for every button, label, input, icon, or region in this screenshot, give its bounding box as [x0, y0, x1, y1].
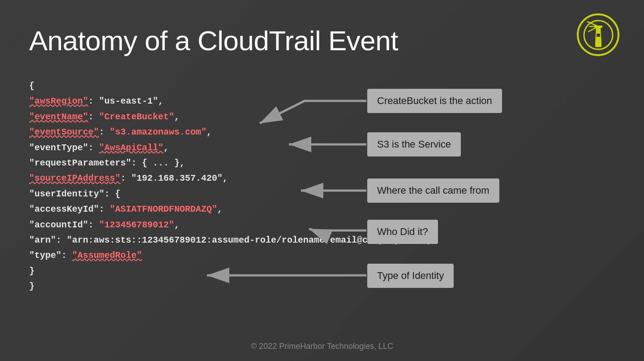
annotation-who: Who Did it? [367, 220, 438, 244]
slide: Anatomy of a CloudTrail Event [0, 0, 644, 361]
lighthouse-icon [583, 19, 614, 51]
code-line-9: "accessKeyId": "ASIATFNORDFNORDAZQ", [29, 202, 432, 217]
code-line-12: "type": "AssumedRole" [29, 248, 432, 263]
svg-rect-0 [595, 42, 601, 47]
logo-circle [577, 13, 619, 56]
logo [577, 13, 619, 56]
annotation-service: S3 is the Service [367, 132, 461, 157]
annotation-action: CreateBucket is the action [367, 89, 502, 113]
annotation-type: Type of Identity [367, 264, 454, 288]
code-line-6: "requestParameters": { ... }, [29, 156, 432, 171]
footer: © 2022 PrimeHarbor Technologies, LLC [0, 342, 644, 351]
svg-rect-6 [597, 34, 600, 37]
page-title: Anatomy of a CloudTrail Event [29, 25, 398, 57]
annotation-source: Where the call came from [367, 178, 499, 203]
